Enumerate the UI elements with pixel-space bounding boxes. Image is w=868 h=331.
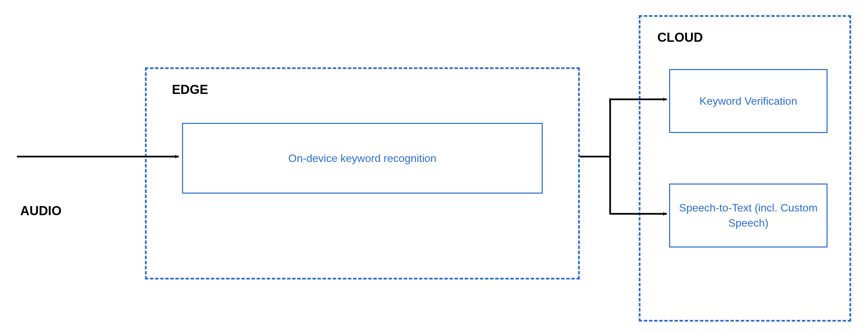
edge-box-text: On-device keyword recognition [288, 152, 436, 165]
edge-label: EDGE [172, 82, 208, 97]
cloud-box-keyword-verification: Keyword Verification [669, 69, 828, 133]
audio-label: AUDIO [20, 204, 61, 218]
cloud-box-speech-to-text: Speech-to-Text (incl. Custom Speech) [669, 184, 828, 247]
cloud-box-1-text: Keyword Verification [699, 94, 797, 109]
cloud-container: CLOUD Keyword Verification Speech-to-Tex… [639, 15, 851, 322]
edge-container: EDGE On-device keyword recognition [145, 67, 580, 279]
edge-box: On-device keyword recognition [182, 123, 543, 194]
diagram-canvas: AUDIO EDGE On-device keyword recognition… [0, 0, 868, 331]
cloud-label: CLOUD [657, 30, 703, 45]
cloud-box-2-text: Speech-to-Text (incl. Custom Speech) [677, 200, 820, 231]
